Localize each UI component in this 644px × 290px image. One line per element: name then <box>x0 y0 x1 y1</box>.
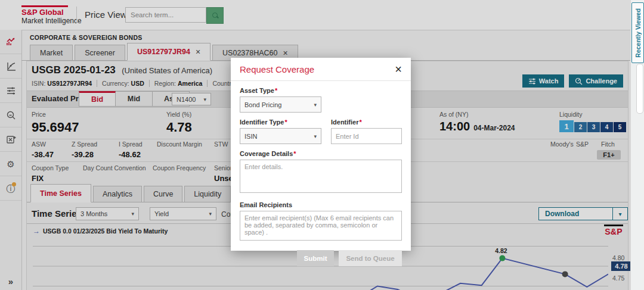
scrollbar-thumb[interactable] <box>636 64 643 114</box>
asset-type-label: Asset Type* <box>240 87 402 94</box>
app-window: S&P Global Market Intelligence Price Vie… <box>0 0 644 290</box>
email-recipients-textarea[interactable] <box>240 211 402 241</box>
coverage-details-group: Coverage Details* <box>240 150 402 195</box>
asset-type-select[interactable]: Bond Pricing ▾ <box>240 96 321 113</box>
recently-viewed-tab[interactable]: Recently Viewed <box>631 2 644 63</box>
coverage-details-label: Coverage Details* <box>240 150 402 157</box>
close-icon[interactable]: × <box>395 63 402 75</box>
coverage-details-textarea[interactable] <box>240 160 402 193</box>
identifier-group: Identifier* <box>331 119 402 144</box>
email-recipients-group: Email Recipients <box>240 201 402 243</box>
required-mark: * <box>293 150 296 157</box>
required-mark: * <box>284 119 287 126</box>
identifier-type-label: Identifier Type* <box>240 119 321 126</box>
identifier-input[interactable] <box>331 128 402 144</box>
identifier-type-group: Identifier Type* ISIN ▾ <box>240 119 321 144</box>
request-coverage-modal: Request Coverage × Asset Type* Bond Pric… <box>231 58 411 251</box>
submit-button[interactable]: Submit <box>297 250 334 266</box>
identifier-type-select[interactable]: ISIN ▾ <box>240 128 321 144</box>
modal-title: Request Coverage <box>240 64 314 74</box>
required-mark: * <box>275 87 277 94</box>
chevron-down-icon: ▾ <box>314 102 317 108</box>
send-to-queue-button[interactable]: Send to Queue <box>339 250 402 266</box>
required-mark: * <box>359 119 361 126</box>
identifier-label: Identifier* <box>331 119 402 126</box>
chevron-down-icon: ▾ <box>314 133 317 139</box>
right-edge-strip: Recently Viewed <box>630 0 644 290</box>
email-recipients-label: Email Recipients <box>240 201 402 208</box>
